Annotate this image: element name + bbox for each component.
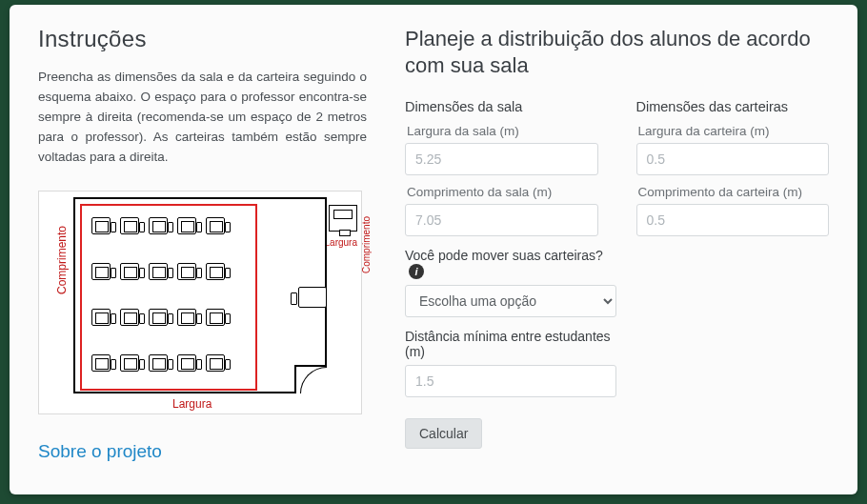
diagram-desk-icon xyxy=(149,354,168,372)
desk-dimensions-column: Dimensões das carteiras Largura da carte… xyxy=(636,99,830,236)
calculate-button[interactable]: Calcular xyxy=(405,418,482,449)
diagram-desk-row xyxy=(91,309,225,326)
diagram-desk-icon xyxy=(120,309,139,326)
diagram-desk-icon xyxy=(91,217,111,234)
diagram-comprimento-small-label: Comprimento xyxy=(361,216,372,273)
diagram-desk-row xyxy=(91,354,225,372)
diagram-desk-icon xyxy=(177,309,196,326)
move-desks-question-text: Você pode mover suas carteiras? xyxy=(405,248,603,263)
diagram-desk-icon xyxy=(206,263,225,280)
classroom-diagram: Comprimento Largura Largura Comprimento xyxy=(38,191,362,414)
min-distance-input[interactable] xyxy=(405,365,616,397)
diagram-desk-row xyxy=(91,263,225,280)
desk-width-label: Largura da carteira (m) xyxy=(638,124,830,138)
diagram-room-outline xyxy=(73,197,327,393)
room-width-input[interactable] xyxy=(405,143,598,175)
info-icon[interactable]: i xyxy=(409,264,424,279)
diagram-desk-icon xyxy=(206,354,225,372)
desk-length-input[interactable] xyxy=(636,204,830,236)
form-columns: Dimensões da sala Largura da sala (m) Co… xyxy=(405,99,829,236)
diagram-teacher-desk-icon xyxy=(298,287,327,308)
diagram-desk-icon xyxy=(206,309,225,326)
diagram-largura-small-label: Largura xyxy=(325,237,357,248)
room-width-label: Largura da sala (m) xyxy=(407,124,598,138)
room-length-label: Comprimento da sala (m) xyxy=(407,185,598,199)
diagram-comprimento-label: Comprimento xyxy=(55,226,69,294)
diagram-desk-row xyxy=(91,217,225,234)
diagram-desk-icon xyxy=(177,217,196,234)
left-column: Instruções Preencha as dimensões da sala… xyxy=(38,26,367,477)
instructions-body: Preencha as dimensões da sala e da carte… xyxy=(38,68,367,168)
main-card: Instruções Preencha as dimensões da sala… xyxy=(10,5,857,494)
instructions-title: Instruções xyxy=(38,26,367,52)
move-desks-question: Você pode mover suas carteiras? i xyxy=(405,248,616,279)
diagram-door-icon xyxy=(294,365,327,393)
diagram-desk-icon xyxy=(91,309,111,326)
diagram-desk-icon xyxy=(120,263,139,280)
diagram-desk-icon xyxy=(91,263,111,280)
right-column: Planeje a distribuição dos alunos de aco… xyxy=(405,26,829,477)
desk-length-label: Comprimento da carteira (m) xyxy=(638,185,830,199)
min-distance-label: Distância mínima entre estudantes (m) xyxy=(405,329,616,359)
room-dimensions-heading: Dimensões da sala xyxy=(405,99,598,114)
desk-dimensions-heading: Dimensões das carteiras xyxy=(636,99,830,114)
plan-title: Planeje a distribuição dos alunos de aco… xyxy=(405,26,829,78)
room-length-input[interactable] xyxy=(405,204,598,236)
diagram-desk-icon xyxy=(149,217,168,234)
diagram-desk-icon xyxy=(91,354,111,372)
diagram-desk-icon xyxy=(177,263,196,280)
diagram-student-area xyxy=(80,204,257,391)
diagram-projector-icon xyxy=(329,205,357,232)
about-project-link[interactable]: Sobre o projeto xyxy=(38,441,162,462)
diagram-desk-icon xyxy=(149,263,168,280)
desk-width-input[interactable] xyxy=(636,143,830,175)
lower-form-block: Você pode mover suas carteiras? i Escolh… xyxy=(405,248,616,397)
diagram-desk-icon xyxy=(177,354,196,372)
diagram-largura-label: Largura xyxy=(172,397,212,411)
move-desks-select[interactable]: Escolha uma opção xyxy=(405,285,616,317)
diagram-desk-icon xyxy=(149,309,168,326)
diagram-desk-icon xyxy=(120,354,139,372)
diagram-desk-icon xyxy=(120,217,139,234)
diagram-desk-icon xyxy=(206,217,225,234)
room-dimensions-column: Dimensões da sala Largura da sala (m) Co… xyxy=(405,99,598,236)
